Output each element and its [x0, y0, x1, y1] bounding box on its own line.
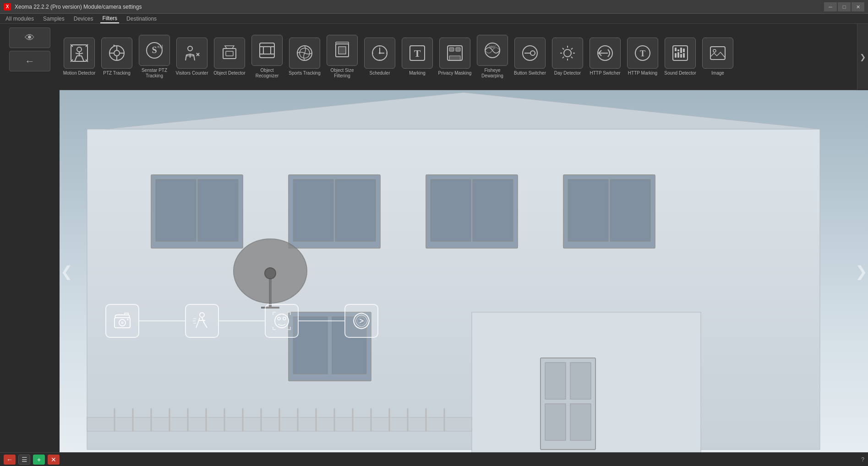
filter-scheduler[interactable]: Scheduler	[362, 36, 398, 78]
tab-filters[interactable]: Filters	[100, 14, 119, 23]
svg-line-63	[571, 48, 573, 49]
svg-rect-70	[675, 48, 677, 51]
svg-point-132	[200, 313, 204, 317]
svg-rect-50	[456, 48, 460, 51]
add-button[interactable]: +	[33, 455, 45, 465]
filter-visitors-counter[interactable]: Visitors Counter	[174, 36, 210, 78]
sidebar-back-button[interactable]: ←	[9, 51, 50, 71]
svg-line-3	[82, 56, 84, 61]
svg-point-131	[127, 319, 129, 320]
svg-rect-27	[263, 47, 271, 54]
app-icon: X	[4, 3, 11, 11]
svg-point-138	[283, 317, 286, 320]
bottom-toolbar: ← ☰ + ✕ ?	[0, 452, 868, 466]
marking-label: Marking	[409, 70, 426, 76]
filter-object-size[interactable]: Object Size Filtering	[324, 33, 360, 81]
svg-line-61	[562, 48, 564, 49]
filter-senstar-ptz[interactable]: S +N Senstar PTZ Tracking	[136, 33, 172, 81]
svg-line-6	[76, 53, 79, 54]
tab-all-modules[interactable]: All modules	[4, 15, 36, 23]
svg-point-13	[114, 50, 120, 56]
list-button[interactable]: ☰	[18, 455, 30, 465]
svg-text:S: S	[152, 45, 157, 55]
svg-rect-101	[545, 363, 566, 399]
filter-object-recognizer[interactable]: Object Recognizer	[249, 33, 285, 81]
scheduler-label: Scheduler	[369, 70, 390, 76]
filter-http-marking[interactable]: T HTTP Marking	[625, 36, 661, 78]
object-detector-label: Object Detector	[213, 70, 245, 76]
svg-rect-85	[198, 179, 238, 241]
filter-ptz-tracking[interactable]: PTZ Tracking	[99, 36, 135, 78]
filter-day-detector[interactable]: Day Detector	[550, 36, 585, 78]
svg-rect-103	[545, 404, 566, 440]
filter-privacy-masking[interactable]: Privacy Masking	[437, 36, 473, 78]
nav-tabs: All modules Samples Devices Filters Dest…	[0, 14, 868, 24]
object-size-icon	[327, 35, 358, 66]
sports-tracking-icon	[289, 38, 320, 69]
connector-3	[299, 320, 344, 321]
ptz-tracking-label: PTZ Tracking	[103, 70, 130, 76]
svg-line-7	[79, 53, 83, 54]
pipeline	[105, 304, 378, 338]
privacy-masking-icon	[439, 38, 470, 69]
scroll-right-button[interactable]: ❯	[857, 24, 868, 90]
delete-button[interactable]: ✕	[48, 455, 60, 465]
canvas-arrow-left[interactable]: ❮	[60, 258, 73, 285]
image-icon	[702, 38, 733, 69]
svg-point-55	[530, 51, 535, 55]
sound-detector-icon	[665, 38, 696, 69]
http-switcher-label: HTTP Switcher	[590, 70, 620, 76]
maximize-button[interactable]: □	[838, 2, 851, 11]
visitors-counter-icon	[176, 38, 207, 69]
svg-rect-71	[677, 49, 679, 51]
object-detector-icon	[214, 38, 245, 69]
filter-sports-tracking[interactable]: Sports Tracking	[287, 36, 322, 78]
pipeline-node-camera[interactable]	[105, 304, 139, 338]
svg-rect-72	[680, 48, 682, 53]
day-detector-label: Day Detector	[554, 70, 581, 76]
filter-object-detector[interactable]: Object Detector	[212, 36, 247, 78]
scheduler-icon	[364, 38, 395, 69]
svg-point-98	[265, 268, 276, 279]
svg-text:360°: 360°	[489, 45, 497, 49]
pipeline-node-object[interactable]	[265, 304, 299, 338]
title-bar: X Xeoma 22.2.2 (Pro version) Module/came…	[0, 0, 868, 14]
http-switcher-icon	[590, 38, 621, 69]
filter-http-switcher[interactable]: HTTP Switcher	[587, 36, 623, 78]
back-button[interactable]: ←	[4, 455, 16, 465]
fisheye-label: Fisheye Dewarping	[475, 68, 509, 79]
button-switcher-label: Button Switcher	[514, 70, 546, 76]
filter-fisheye[interactable]: 360° Fisheye Dewarping	[475, 33, 510, 81]
http-marking-icon: T	[627, 38, 658, 69]
svg-rect-90	[431, 179, 471, 241]
image-label: Image	[711, 70, 724, 76]
tab-devices[interactable]: Devices	[72, 15, 95, 23]
filter-motion-detector[interactable]: Motion Detector	[61, 36, 97, 78]
http-marking-label: HTTP Marking	[628, 70, 657, 76]
filter-image[interactable]: Image	[700, 36, 736, 78]
svg-rect-25	[226, 51, 233, 56]
pipeline-node-tracking[interactable]	[185, 304, 219, 338]
pipeline-node-sports[interactable]	[344, 304, 378, 338]
connector-1	[139, 320, 185, 321]
filter-sound-detector[interactable]: Sound Detector	[662, 36, 698, 78]
svg-rect-73	[683, 49, 685, 52]
sidebar-eye-button[interactable]: 👁	[9, 27, 50, 48]
canvas-arrow-right[interactable]: ❯	[854, 258, 868, 285]
minimize-button[interactable]: ─	[824, 2, 837, 11]
close-button[interactable]: ✕	[852, 2, 864, 11]
svg-rect-84	[156, 179, 196, 241]
svg-point-130	[121, 321, 124, 324]
svg-line-2	[75, 56, 77, 61]
svg-rect-49	[449, 48, 454, 51]
help-button[interactable]: ?	[861, 456, 864, 463]
tab-samples[interactable]: Samples	[41, 15, 66, 23]
svg-point-56	[564, 49, 571, 57]
filter-marking[interactable]: T Marking	[399, 36, 435, 78]
tab-destinations[interactable]: Destinations	[125, 15, 158, 23]
svg-text:T: T	[414, 48, 421, 59]
button-switcher-icon	[514, 38, 546, 69]
svg-point-137	[278, 317, 280, 320]
svg-line-64	[562, 57, 564, 58]
filter-button-switcher[interactable]: Button Switcher	[512, 36, 548, 78]
